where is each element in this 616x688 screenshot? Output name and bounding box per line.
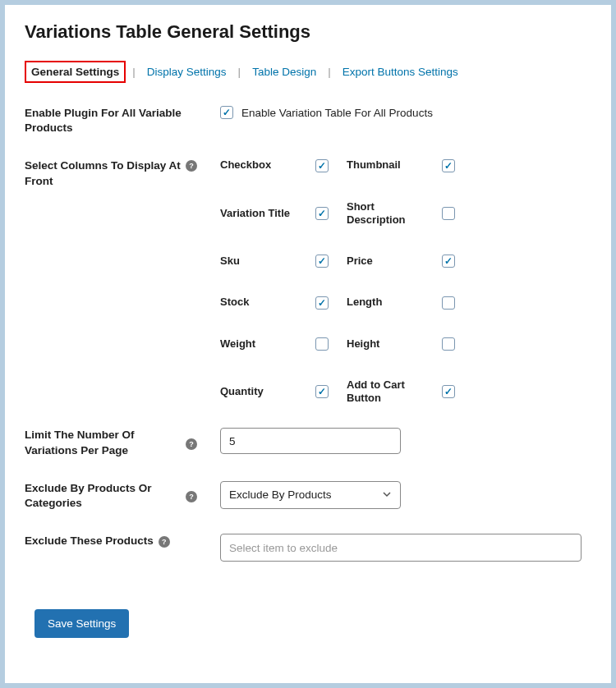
help-icon[interactable]: ? xyxy=(159,536,170,548)
column-label: Checkbox xyxy=(220,158,309,172)
row-limit: Limit The Number Of Variations Per Page … xyxy=(25,428,591,457)
column-checkbox[interactable] xyxy=(315,296,329,310)
help-icon[interactable]: ? xyxy=(186,160,197,172)
checkbox-enable-all[interactable] xyxy=(220,106,233,119)
column-label: Stock xyxy=(220,296,309,309)
tab-separator: | xyxy=(132,66,136,78)
column-label: Variation Title xyxy=(220,207,309,220)
row-exclude-products: Exclude These Products ? Select item to … xyxy=(25,534,591,562)
column-label: Price xyxy=(347,255,435,268)
column-label: Sku xyxy=(220,255,309,268)
placeholder-text: Select item to exclude xyxy=(229,542,338,554)
row-exclude-by: Exclude By Products Or Categories ? Excl… xyxy=(25,481,591,511)
exclude-by-select[interactable]: Exclude By Products xyxy=(220,481,401,509)
column-label: Weight xyxy=(220,337,309,351)
column-checkbox[interactable] xyxy=(442,255,455,268)
limit-input[interactable] xyxy=(220,428,401,454)
column-checkbox[interactable] xyxy=(315,207,329,220)
column-checkbox[interactable] xyxy=(442,207,455,220)
settings-panel: Variations Table General Settings Genera… xyxy=(5,5,611,683)
tab-table-design[interactable]: Table Design xyxy=(247,62,321,81)
columns-grid: CheckboxThumbnailVariation TitleShort De… xyxy=(220,158,591,405)
row-select-columns: Select Columns To Display At Front ? Che… xyxy=(25,158,591,405)
tab-separator: | xyxy=(328,66,331,78)
label-limit: Limit The Number Of Variations Per Page … xyxy=(25,428,197,457)
exclude-products-input[interactable]: Select item to exclude xyxy=(220,534,582,562)
column-checkbox[interactable] xyxy=(442,385,455,398)
column-checkbox[interactable] xyxy=(442,296,455,310)
label-select-columns: Select Columns To Display At Front ? xyxy=(25,158,197,188)
help-icon[interactable]: ? xyxy=(186,438,197,450)
label-exclude-products: Exclude These Products ? xyxy=(25,534,197,548)
row-enable-all: Enable Plugin For All Variable Products … xyxy=(25,106,591,135)
column-label: Quantity xyxy=(220,385,309,398)
column-checkbox[interactable] xyxy=(315,337,329,351)
column-label: Height xyxy=(347,337,435,351)
column-label: Thumbnail xyxy=(347,158,435,172)
tabs-nav: General Settings | Display Settings | Ta… xyxy=(25,61,591,83)
tab-export-buttons-settings[interactable]: Export Buttons Settings xyxy=(338,62,463,81)
select-value: Exclude By Products xyxy=(229,488,332,501)
column-checkbox[interactable] xyxy=(315,255,329,268)
tab-general-settings[interactable]: General Settings xyxy=(25,61,126,83)
column-checkbox[interactable] xyxy=(315,159,329,172)
help-icon[interactable]: ? xyxy=(186,491,197,502)
column-checkbox[interactable] xyxy=(315,385,329,398)
page-title: Variations Table General Settings xyxy=(25,21,591,43)
column-label: Length xyxy=(347,296,435,309)
label-exclude-by: Exclude By Products Or Categories ? xyxy=(25,481,197,511)
label-enable-all: Enable Plugin For All Variable Products xyxy=(25,106,197,135)
column-checkbox[interactable] xyxy=(442,337,455,351)
tab-display-settings[interactable]: Display Settings xyxy=(142,62,232,81)
save-button[interactable]: Save Settings xyxy=(34,609,129,638)
label-enable-all-products: Enable Variation Table For All Products xyxy=(241,107,433,119)
column-checkbox[interactable] xyxy=(442,159,455,172)
chevron-down-icon xyxy=(382,489,392,501)
tab-separator: | xyxy=(238,66,241,78)
column-label: Add to Cart Button xyxy=(347,378,435,406)
column-label: Short Description xyxy=(347,200,435,227)
